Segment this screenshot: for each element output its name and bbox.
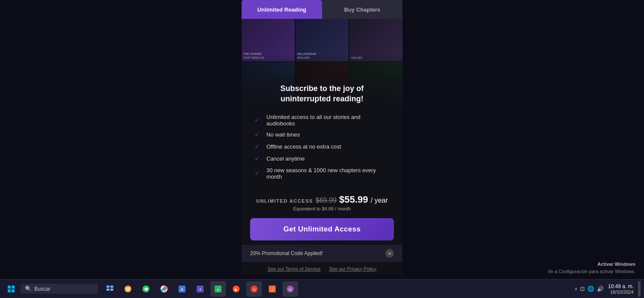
taskbar-chevron-icon[interactable]: ∧ xyxy=(574,286,577,291)
price-equivalent: Equivalent to $4.66 / month xyxy=(250,206,394,211)
pricing-section: UNLIMITED ACCESS $69.99 $55.99 / year Eq… xyxy=(242,189,403,214)
taskbar-icon-app2[interactable]: A xyxy=(174,281,190,297)
taskbar-volume-icon[interactable]: 🔊 xyxy=(597,286,604,292)
feature-text-4: Cancel anytime xyxy=(267,155,305,162)
footer-links: See our Terms of Service See our Privacy… xyxy=(259,262,385,275)
pricing-label: UNLIMITED ACCESS xyxy=(256,198,313,204)
taskbar-system-icons: ∧ ⊡ 🌐 🔊 xyxy=(574,286,604,292)
chrome-icon xyxy=(160,285,168,293)
svg-rect-3 xyxy=(12,289,15,292)
feature-item-4: ✓ Cancel anytime xyxy=(255,155,390,163)
taskbar-search-icon: 🔍 xyxy=(25,286,32,292)
taskbar-icon-chrome[interactable] xyxy=(156,281,172,297)
price-new: $55.99 xyxy=(339,194,368,205)
svg-rect-2 xyxy=(8,289,11,292)
subscription-modal: Unlimited Reading Buy Chapters THE CHAIN… xyxy=(242,0,403,275)
taskbar-tablet-icon: ⊡ xyxy=(580,286,585,292)
taskbar-search-text: Buscar xyxy=(34,286,50,292)
feature-item-2: ✓ No wait times xyxy=(255,131,390,139)
promo-text: 20% Promotional Code Applied! xyxy=(250,250,323,256)
tab-unlimited-reading-label: Unlimited Reading xyxy=(257,6,306,13)
svg-text:W: W xyxy=(126,287,130,292)
headline-line1: Subscribe to the joy of xyxy=(280,84,364,93)
taskbar-clock[interactable]: 10:49 a. m. 18/10/2024 xyxy=(608,283,634,295)
headline: Subscribe to the joy of uninterrupted re… xyxy=(242,83,403,109)
check-icon-3: ✓ xyxy=(255,143,262,151)
whatsapp-icon: 💬 xyxy=(142,285,150,293)
app5-icon: ▶ xyxy=(232,285,240,293)
tab-buy-chapters[interactable]: Buy Chapters xyxy=(322,0,403,19)
taskbar-right: ∧ ⊡ 🌐 🔊 10:49 a. m. 18/10/2024 xyxy=(574,281,641,297)
app6-icon: G xyxy=(250,285,258,293)
taskbar-icon-app4[interactable]: ● xyxy=(210,281,226,297)
pricing-row: UNLIMITED ACCESS $69.99 $55.99 / year xyxy=(250,194,394,205)
tab-buy-chapters-label: Buy Chapters xyxy=(344,6,380,13)
taskbar-icon-app5[interactable]: ▶ xyxy=(228,281,244,297)
check-icon-5: ✓ xyxy=(255,170,262,177)
svg-rect-6 xyxy=(106,289,109,291)
taskbar-icon-app6[interactable]: G xyxy=(246,281,262,297)
feature-text-2: No wait times xyxy=(267,131,300,138)
svg-point-13 xyxy=(162,287,166,291)
windows-watermark: Activar Windows Ve a Configuración para … xyxy=(548,261,635,275)
svg-text:W: W xyxy=(289,288,292,292)
app2-icon: A xyxy=(178,285,186,293)
check-icon-2: ✓ xyxy=(255,131,262,139)
promo-close-button[interactable]: × xyxy=(386,249,394,258)
privacy-policy-link[interactable]: See our Privacy Policy xyxy=(329,266,377,271)
features-list: ✓ Unlimited access to all our stories an… xyxy=(242,109,403,189)
feature-item-3: ✓ Offline access at no extra cost xyxy=(255,143,390,151)
windows-logo-icon xyxy=(8,286,15,292)
taskbar: 🔍 Buscar W 💬 xyxy=(0,279,644,298)
taskbar-icon-app8[interactable]: W xyxy=(283,281,298,297)
taskbar-date-display: 18/10/2024 xyxy=(608,289,634,295)
taskbar-icon-app1[interactable]: W xyxy=(120,281,136,297)
svg-rect-0 xyxy=(8,286,11,289)
svg-text:A: A xyxy=(181,287,184,292)
check-icon-1: ✓ xyxy=(255,116,262,124)
svg-text:💬: 💬 xyxy=(144,287,149,292)
svg-rect-7 xyxy=(110,289,113,291)
promo-close-icon: × xyxy=(388,251,391,256)
price-old: $69.99 xyxy=(316,197,337,204)
svg-text:✦: ✦ xyxy=(199,288,202,292)
app8-icon: W xyxy=(286,285,294,293)
app4-icon: ● xyxy=(214,285,222,293)
app3-icon: ✦ xyxy=(196,285,204,293)
taskbar-network-icon[interactable]: 🌐 xyxy=(587,286,594,292)
svg-text:●: ● xyxy=(217,288,219,292)
start-button[interactable] xyxy=(3,281,19,297)
taskbar-icon-app3[interactable]: ✦ xyxy=(192,281,208,297)
tab-bar: Unlimited Reading Buy Chapters xyxy=(242,0,403,19)
taskbar-icon-whatsapp[interactable]: 💬 xyxy=(138,281,154,297)
svg-rect-1 xyxy=(12,286,15,289)
taskbar-time-display: 10:49 a. m. xyxy=(608,283,634,289)
svg-rect-5 xyxy=(110,286,113,288)
get-unlimited-access-button[interactable]: Get Unlimited Access xyxy=(250,218,394,240)
feature-item-1: ✓ Unlimited access to all our stories an… xyxy=(255,114,390,127)
terms-of-service-link[interactable]: See our Terms of Service xyxy=(267,266,320,271)
cta-button-label: Get Unlimited Access xyxy=(283,225,361,234)
feature-text-3: Offline access at no extra cost xyxy=(267,143,341,150)
taskbar-show-desktop[interactable] xyxy=(638,281,641,297)
svg-text:▶: ▶ xyxy=(235,288,238,292)
multitask-icon xyxy=(106,286,113,292)
feature-text-1: Unlimited access to all our stories and … xyxy=(267,114,390,127)
taskbar-icon-multitask[interactable] xyxy=(102,281,118,297)
headline-line2: uninterrupted reading! xyxy=(281,94,364,103)
taskbar-search-box[interactable]: 🔍 Buscar xyxy=(21,284,98,294)
windows-activate-desc: Ve a Configuración para activar Windows. xyxy=(548,268,635,275)
tab-unlimited-reading[interactable]: Unlimited Reading xyxy=(242,0,322,19)
svg-text:G: G xyxy=(253,288,255,292)
feature-item-5: ✓ 30 new seasons & 1000 new chapters eve… xyxy=(255,167,390,180)
app7-icon: ♪ xyxy=(268,285,276,293)
promo-banner: 20% Promotional Code Applied! × xyxy=(242,245,403,262)
taskbar-icon-app7[interactable]: ♪ xyxy=(264,281,280,297)
headline-title: Subscribe to the joy of uninterrupted re… xyxy=(250,83,394,104)
check-icon-4: ✓ xyxy=(255,155,262,163)
windows-activate-title: Activar Windows xyxy=(548,261,635,268)
svg-text:♪: ♪ xyxy=(271,288,273,292)
taskbar-pinned-icons: W 💬 A ✦ xyxy=(102,281,298,297)
price-period: / year xyxy=(371,197,388,204)
svg-rect-4 xyxy=(106,286,109,288)
